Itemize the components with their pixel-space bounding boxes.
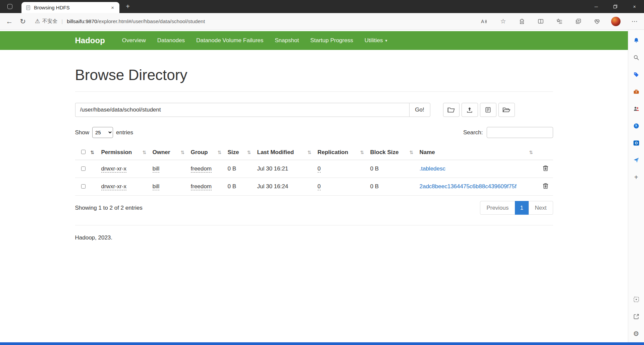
screenshot-tool-icon[interactable] (632, 295, 640, 303)
restore-button[interactable] (606, 0, 625, 13)
row-checkbox[interactable] (81, 166, 86, 171)
trash-icon (543, 183, 548, 189)
browser-toolbar: ← ↻ ⚠ 不安全 | billsaifu:9870/explorer.html… (0, 13, 644, 30)
go-button[interactable]: Go! (409, 103, 430, 117)
entries-summary: Showing 1 to 2 of 2 entries (75, 205, 143, 211)
sort-icon[interactable]: ⇅ (360, 150, 364, 155)
table-row: drwxr-xr-x bill freedom 0 B Jul 30 16:21… (75, 160, 553, 178)
read-aloud-icon[interactable]: A (478, 15, 491, 28)
footer-text: Hadoop, 2023. (75, 234, 553, 241)
drop-icon[interactable] (632, 156, 640, 164)
file-list-icon (485, 107, 491, 113)
file-name-link[interactable]: 2adc8beec1364475c6b88c439609f75f (420, 183, 517, 190)
workspaces-icon (7, 4, 12, 9)
address-divider: | (61, 18, 63, 24)
open-external-icon[interactable] (632, 313, 640, 321)
block-size-value: 0 B (370, 165, 379, 172)
people-icon[interactable] (632, 105, 640, 113)
notifications-bell-icon[interactable] (632, 37, 640, 45)
tab-favicon-icon (25, 5, 31, 10)
nav-utilities-dropdown[interactable]: Utilities▾ (359, 37, 393, 44)
previous-page-button[interactable]: Previous (480, 201, 515, 215)
last-modified-value: Jul 30 16:21 (257, 165, 288, 172)
col-block-size[interactable]: Block Size (370, 149, 399, 156)
upload-file-button[interactable] (462, 103, 478, 117)
move-to-folder-button[interactable] (498, 103, 515, 117)
group-value[interactable]: freedom (191, 183, 212, 190)
entries-select[interactable]: 25 (92, 127, 113, 138)
nav-datanode-volume-failures[interactable]: Datanode Volume Failures (191, 37, 269, 44)
col-group[interactable]: Group (191, 149, 208, 156)
create-directory-button[interactable] (443, 103, 460, 117)
group-value[interactable]: freedom (191, 165, 212, 172)
search-icon[interactable] (632, 54, 640, 62)
settings-gear-icon[interactable]: ⚙ (632, 330, 640, 338)
select-all-checkbox[interactable] (81, 150, 86, 154)
folder-open-icon (502, 107, 511, 113)
back-icon[interactable]: ← (3, 15, 16, 28)
hadoop-navbar: Hadoop Overview Datanodes Datanode Volum… (0, 31, 628, 50)
collections-icon[interactable] (572, 15, 585, 28)
col-size[interactable]: Size (228, 149, 239, 156)
split-screen-icon[interactable] (534, 15, 547, 28)
block-size-value: 0 B (370, 183, 379, 190)
toolbox-icon[interactable] (632, 88, 640, 96)
owner-value[interactable]: bill (153, 183, 160, 190)
permission-value[interactable]: drwxr-xr-x (101, 183, 127, 190)
replication-value[interactable]: 0 (318, 183, 321, 190)
browser-titlebar: Browsing HDFS × + ─ × (0, 0, 644, 13)
sort-icon[interactable]: ⇅ (410, 150, 414, 155)
profile-avatar[interactable] (609, 15, 623, 28)
directory-path-input[interactable] (75, 103, 409, 117)
nav-startup-progress[interactable]: Startup Progress (305, 37, 359, 44)
favorites-icon[interactable] (553, 15, 566, 28)
shopping-tag-icon[interactable] (632, 71, 640, 79)
security-chip[interactable]: ⚠ 不安全 (35, 18, 57, 25)
add-sidebar-item-icon[interactable]: + (632, 173, 640, 181)
browser-essentials-icon[interactable] (590, 15, 604, 28)
more-menu-icon[interactable]: ⋯ (628, 15, 641, 28)
microsoft-bing-icon[interactable] (632, 122, 640, 130)
nav-datanodes[interactable]: Datanodes (152, 37, 191, 44)
hadoop-brand[interactable]: Hadoop (75, 36, 105, 45)
page-1-button[interactable]: 1 (515, 201, 529, 215)
tab-close-icon[interactable]: × (109, 4, 116, 11)
replication-value[interactable]: 0 (318, 165, 321, 172)
address-bar[interactable]: billsaifu:9870/explorer.html#/user/hbase… (67, 18, 205, 24)
sort-icon[interactable]: ⇅ (181, 150, 185, 155)
col-permission[interactable]: Permission (101, 149, 132, 156)
col-last-modified[interactable]: Last Modified (257, 149, 294, 156)
outlook-icon[interactable]: O (632, 139, 640, 147)
sort-icon[interactable]: ⇅ (91, 150, 95, 155)
nav-snapshot[interactable]: Snapshot (269, 37, 305, 44)
extensions-icon[interactable] (515, 15, 529, 28)
col-owner[interactable]: Owner (153, 149, 170, 156)
trash-icon (543, 165, 548, 171)
row-checkbox[interactable] (81, 184, 86, 189)
page-title: Browse Directory (75, 67, 553, 83)
sort-icon[interactable]: ⇅ (143, 150, 147, 155)
add-favorite-star-icon[interactable]: ☆ (496, 15, 510, 28)
sort-icon[interactable]: ⇅ (247, 150, 251, 155)
search-input[interactable] (487, 127, 553, 138)
file-info-button[interactable] (480, 103, 496, 117)
nav-overview[interactable]: Overview (116, 37, 152, 44)
col-name[interactable]: Name (420, 149, 435, 155)
delete-button[interactable] (543, 165, 548, 171)
tab-actions-icon[interactable] (4, 2, 15, 12)
browser-tab[interactable]: Browsing HDFS × (21, 2, 119, 13)
minimize-button[interactable]: ─ (587, 0, 606, 13)
owner-value[interactable]: bill (153, 165, 160, 172)
sort-icon[interactable]: ⇅ (529, 150, 533, 155)
col-replication[interactable]: Replication (318, 149, 348, 156)
edge-sidebar: O + ⚙ (628, 30, 644, 342)
sort-icon[interactable]: ⇅ (218, 150, 222, 155)
refresh-icon[interactable]: ↻ (16, 15, 30, 28)
permission-value[interactable]: drwxr-xr-x (101, 165, 127, 172)
next-page-button[interactable]: Next (529, 201, 553, 215)
new-tab-button[interactable]: + (122, 2, 133, 12)
close-window-button[interactable]: × (625, 0, 644, 13)
sort-icon[interactable]: ⇅ (308, 150, 312, 155)
file-name-link[interactable]: .tabledesc (420, 165, 446, 172)
delete-button[interactable] (543, 183, 548, 189)
